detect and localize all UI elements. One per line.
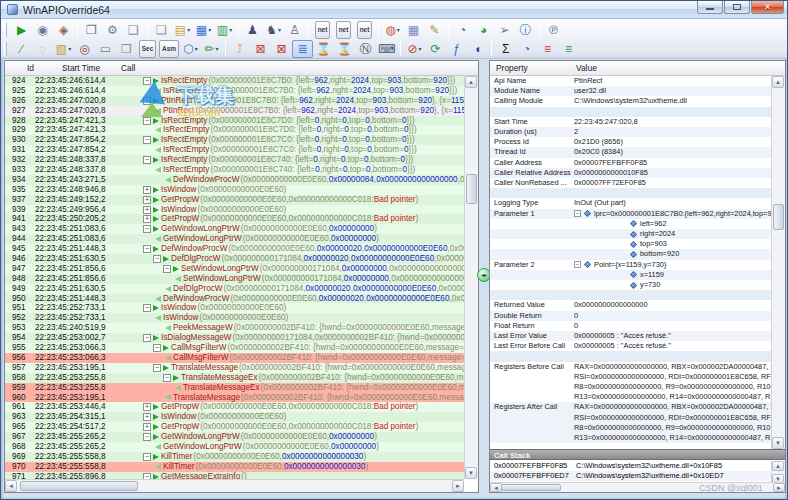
log-row[interactable]: 92422:23:45:246:614,4−IsRectEmpty(0x0000…: [5, 76, 464, 86]
expand-icon[interactable]: +: [143, 196, 151, 204]
property-row[interactable]: Duration (us)2: [490, 127, 771, 137]
modify-process-button[interactable]: ◈: [53, 21, 74, 39]
about-button[interactable]: ⓘ: [515, 21, 536, 39]
collapse-icon[interactable]: −: [143, 334, 151, 342]
process-settings-button[interactable]: ⚙: [102, 21, 123, 39]
collapse-icon[interactable]: −: [143, 453, 151, 461]
property-row[interactable]: top=903: [490, 239, 771, 249]
dropdown-caret-icon[interactable]: ▾: [187, 26, 190, 33]
expand-icon[interactable]: +: [143, 423, 151, 431]
hook-api-button[interactable]: ♟: [242, 21, 263, 39]
log-row[interactable]: 96922:23:45:255:558,8−KillTimer(0x000000…: [5, 452, 464, 462]
property-row[interactable]: bottom=920: [490, 249, 771, 259]
property-row[interactable]: y=730: [490, 280, 771, 290]
log-row[interactable]: 92522:23:45:246:614,4IsRectEmpty(0x00000…: [5, 86, 464, 96]
report-bars-button[interactable]: ≡: [537, 40, 558, 58]
scroll-down-icon[interactable]: ▼: [772, 437, 784, 449]
log-row[interactable]: 93522:23:45:248:946,8+IsWindow(0x0000000…: [5, 185, 464, 195]
copy-button[interactable]: ❒: [116, 40, 137, 58]
stop-monitoring-button[interactable]: ⊘▾: [404, 40, 425, 58]
window-capture-button[interactable]: ❐: [81, 21, 102, 39]
report-button[interactable]: ➢: [494, 21, 515, 39]
log-row[interactable]: 97022:23:45:255:558,8KillTimer(0x0000000…: [5, 462, 464, 472]
remove-all-monitoring-button[interactable]: ⊠: [271, 40, 292, 58]
log-row[interactable]: 92622:23:45:247:020,8−PtInRect(0x0000000…: [5, 96, 464, 106]
save-button[interactable]: ▦▾: [193, 21, 214, 39]
property-row[interactable]: Caller NonRebased ...0x00007FF72EF0F85: [490, 178, 771, 188]
collapse-icon[interactable]: −: [153, 255, 161, 263]
property-row[interactable]: [490, 107, 771, 117]
property-row[interactable]: Calling ModuleC:\Windows\system32\uxthem…: [490, 96, 771, 106]
dropdown-caret-icon[interactable]: ▾: [68, 45, 71, 52]
log-column-call[interactable]: Call: [121, 63, 135, 73]
grid-view-button[interactable]: ▦: [403, 21, 424, 39]
property-row[interactable]: right=2024: [490, 229, 771, 239]
toolbar-grip[interactable]: [4, 23, 7, 37]
collapse-icon[interactable]: −: [143, 77, 151, 85]
panel-splitter[interactable]: ◂▸: [479, 60, 489, 493]
log-row[interactable]: 96522:23:45:254:517,2+GetPropW(0x0000000…: [5, 422, 464, 432]
log-row[interactable]: 93122:23:45:247:854,2IsRectEmpty(0x00000…: [5, 145, 464, 155]
expand-icon[interactable]: +: [143, 215, 151, 223]
network-button[interactable]: ◖: [467, 40, 488, 58]
log-row[interactable]: 95222:23:45:252:733,1IsWindow(0x00000000…: [5, 313, 464, 323]
property-row[interactable]: [490, 290, 771, 300]
property-row[interactable]: Caller Relative Address0x0000000000010F8…: [490, 168, 771, 178]
property-row[interactable]: Parameter 2−Point={x=1159,y=730}: [490, 260, 771, 270]
donate-button[interactable]: ℗: [543, 21, 564, 39]
collapse-icon[interactable]: −: [143, 97, 151, 105]
property-row[interactable]: Double Return0: [490, 311, 771, 321]
minimize-button[interactable]: [697, 1, 723, 14]
dropdown-caret-icon[interactable]: ▾: [229, 26, 232, 33]
callstack-vertical-scrollbar[interactable]: ▲ ▼: [771, 461, 785, 484]
log-row[interactable]: 93922:23:45:249:956,4+IsWindow(0x0000000…: [5, 205, 464, 215]
dropdown-caret-icon[interactable]: ▾: [397, 26, 400, 33]
scroll-right-icon[interactable]: ►: [452, 480, 464, 492]
scroll-down-icon[interactable]: ▼: [465, 467, 477, 479]
dropdown-caret-icon[interactable]: ▾: [208, 26, 211, 33]
log-row[interactable]: 96022:23:45:253:195,1TranslateMessage(0x…: [5, 393, 464, 403]
hook-options-button[interactable]: ♞▾: [263, 21, 284, 39]
log-vscroll-thumb[interactable]: [466, 174, 477, 204]
property-row[interactable]: Api NamePtInRect: [490, 76, 771, 86]
collapse-icon[interactable]: −: [574, 261, 581, 268]
eraser-button[interactable]: ◌: [32, 40, 53, 58]
report-bars-alt-button[interactable]: ≡: [558, 40, 579, 58]
dotnet-profiler-button[interactable]: net: [312, 21, 333, 39]
log-row[interactable]: 95822:23:45:253:255,8−TranslateMessageEx…: [5, 373, 464, 383]
log-row[interactable]: 95522:23:45:253:066,3−CallMsgFilterW(0x0…: [5, 343, 464, 353]
collapse-icon[interactable]: −: [163, 265, 171, 273]
new-file-button[interactable]: ❏: [151, 21, 172, 39]
property-row[interactable]: left=962: [490, 219, 771, 229]
summary-button[interactable]: Σ: [495, 40, 516, 58]
collapse-icon[interactable]: −: [574, 210, 581, 217]
property-row[interactable]: [490, 188, 771, 198]
dropdown-caret-icon[interactable]: ▾: [216, 45, 219, 52]
export-log-button[interactable]: ⤴: [229, 40, 250, 58]
collapse-icon[interactable]: −: [143, 225, 151, 233]
module-list-button[interactable]: ❑: [123, 21, 144, 39]
log-row[interactable]: 93722:23:45:249:152,2+GetPropW(0x0000000…: [5, 195, 464, 205]
api-database-button[interactable]: ⬡▾: [180, 40, 201, 58]
expand-icon[interactable]: +: [143, 403, 151, 411]
details-vertical-scrollbar[interactable]: ▲ ▼: [771, 76, 785, 449]
property-row[interactable]: Caller Address0x00007FEFBFF0F85: [490, 158, 771, 168]
pen-tool-button[interactable]: ∕: [11, 40, 32, 58]
log-row[interactable]: 96122:23:45:253:446,4+GetPropW(0x0000000…: [5, 402, 464, 412]
collapse-icon[interactable]: −: [143, 156, 151, 164]
scroll-right-icon[interactable]: ►: [773, 483, 785, 492]
run-button[interactable]: ▶: [11, 21, 32, 39]
property-row[interactable]: Module Nameuser32.dll: [490, 86, 771, 96]
collapse-icon[interactable]: −: [143, 433, 151, 441]
print-button[interactable]: ▭: [95, 40, 116, 58]
log-row[interactable]: 96322:23:45:254:315,1+IsWindow(0x0000000…: [5, 412, 464, 422]
property-row[interactable]: Parameter 1−lprc=0x000000001E8C7B0:{left…: [490, 209, 771, 219]
remove-monitoring-button[interactable]: ⊠: [250, 40, 271, 58]
log-row[interactable]: 94822:23:45:251:856,6SetWindowLongPtrW(0…: [5, 274, 464, 284]
wait-hook-button[interactable]: ⌛: [313, 40, 334, 58]
close-button[interactable]: ✕: [751, 1, 784, 14]
collapse-icon[interactable]: −: [143, 117, 151, 125]
log-row[interactable]: 95422:23:45:253:002,7−IsDialogMessageW(0…: [5, 333, 464, 343]
scroll-up-icon[interactable]: ▲: [772, 461, 784, 471]
log-row[interactable]: 94622:23:45:251:630,5−DefDlgProcW(0x0000…: [5, 254, 464, 264]
